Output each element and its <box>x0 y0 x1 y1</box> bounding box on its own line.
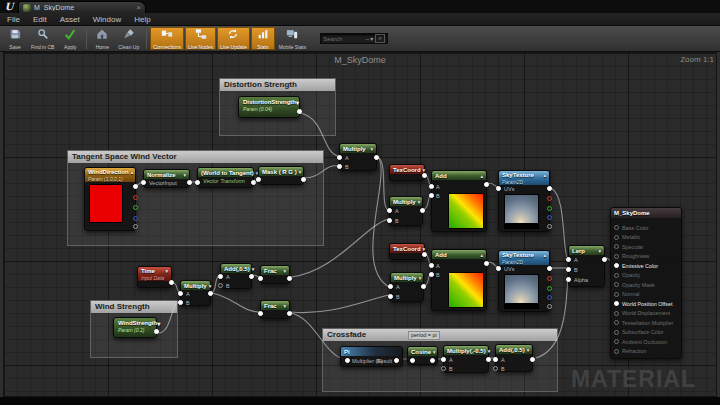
collapse-caret-icon[interactable]: ▾ <box>370 146 373 152</box>
output-pin-rgb[interactable] <box>547 186 552 191</box>
input-pin[interactable] <box>614 339 619 344</box>
node-add-half-1[interactable]: Add(,0.5)▾ A B <box>220 263 252 289</box>
input-pin[interactable] <box>256 177 261 182</box>
output-pin-b[interactable] <box>547 215 552 220</box>
material-input-tessellation-multiplier[interactable]: Tessellation Multiplier <box>611 318 681 328</box>
input-pin-b[interactable] <box>388 294 393 299</box>
output-pin[interactable] <box>420 208 425 213</box>
input-pin[interactable] <box>614 349 619 354</box>
material-input-normal[interactable]: Normal <box>611 290 681 300</box>
expand-caret-icon[interactable]: ▴ <box>480 173 483 179</box>
material-input-opacity[interactable]: Opacity <box>611 271 681 281</box>
material-input-metallic[interactable]: Metallic <box>611 233 681 243</box>
input-pin-a[interactable] <box>566 257 571 262</box>
input-pin[interactable] <box>614 244 619 249</box>
node-multiply-neg-half[interactable]: Multiply(,-0.5)▾ A B <box>443 345 489 373</box>
input-pin-alpha[interactable] <box>566 277 571 282</box>
node-normalize[interactable]: Normalize▾ VectorInput <box>143 169 190 188</box>
output-pin-g[interactable] <box>547 286 552 291</box>
collapse-caret-icon[interactable]: ▾ <box>183 172 186 178</box>
input-pin-b[interactable] <box>493 366 498 371</box>
collapse-caret-icon[interactable]: ▾ <box>157 320 160 327</box>
collapse-caret-icon[interactable]: ▾ <box>296 99 299 106</box>
input-pin[interactable] <box>614 292 619 297</box>
output-pin[interactable] <box>169 280 174 285</box>
input-pin[interactable] <box>614 225 619 230</box>
output-pin[interactable] <box>484 261 489 266</box>
input-pin-a[interactable] <box>429 184 434 189</box>
comment-title[interactable]: Wind Strength <box>91 301 177 313</box>
input-pin[interactable] <box>614 320 619 325</box>
output-pin-g[interactable] <box>547 206 552 211</box>
output-pin-r[interactable] <box>133 195 138 200</box>
output-pin-rgb[interactable] <box>133 184 138 189</box>
input-pin[interactable] <box>614 273 619 278</box>
expand-caret-icon[interactable]: ▴ <box>480 252 483 258</box>
input-pin[interactable] <box>614 330 619 335</box>
output-pin[interactable] <box>374 155 379 160</box>
input-pin[interactable] <box>614 254 619 259</box>
input-pin[interactable] <box>614 301 619 306</box>
output-pin[interactable] <box>421 284 426 289</box>
collapse-caret-icon[interactable]: ▾ <box>488 348 491 354</box>
comment-title[interactable]: Tangent Space Wind Vector <box>68 151 323 163</box>
output-pin[interactable] <box>154 329 159 334</box>
input-pin-a[interactable] <box>337 155 342 160</box>
node-time[interactable]: Time▾ Input Data <box>137 266 172 288</box>
collapse-caret-icon[interactable]: ▾ <box>423 167 426 173</box>
input-pin[interactable] <box>141 180 146 185</box>
output-pin-a[interactable] <box>133 224 138 229</box>
output-pin[interactable] <box>430 358 435 363</box>
node-material-output[interactable]: M_SkyDome Base Color Metallic Specular R… <box>610 207 682 359</box>
expand-caret-icon[interactable]: ▴ <box>543 172 546 179</box>
node-add-half-2[interactable]: Add(,0.5)▾ A B <box>495 344 533 372</box>
input-pin-b[interactable] <box>441 366 446 371</box>
input-pin-b[interactable] <box>387 218 392 223</box>
node-add-uv-1[interactable]: Add▴ A B <box>431 170 487 232</box>
collapse-caret-icon[interactable]: ▾ <box>418 199 421 205</box>
node-wind-direction[interactable]: WindDirection▴ Param (1,0,0,1) <box>84 167 136 231</box>
material-input-ambient-occlusion[interactable]: Ambient Occlusion <box>611 337 681 347</box>
output-pin[interactable] <box>287 276 292 281</box>
input-pin-b[interactable] <box>178 300 183 305</box>
comment-title[interactable]: Crossfade <box>323 329 557 341</box>
output-pin-r[interactable] <box>547 276 552 281</box>
node-multiply-pan-1[interactable]: Multiply▾ A B <box>389 196 423 226</box>
collapse-caret-icon[interactable]: ▾ <box>209 283 212 289</box>
collapse-caret-icon[interactable]: ▾ <box>419 275 422 281</box>
input-pin-b[interactable] <box>566 267 571 272</box>
output-pin[interactable] <box>484 182 489 187</box>
node-mask-rg[interactable]: Mask ( R G )▾ <box>258 166 304 185</box>
output-pin[interactable] <box>486 357 491 362</box>
node-add-uv-2[interactable]: Add▴ A B <box>431 249 487 311</box>
collapse-caret-icon[interactable]: ▾ <box>252 266 255 272</box>
comment-title[interactable]: Distortion Strength <box>220 79 335 91</box>
collapse-caret-icon[interactable]: ▾ <box>433 349 436 355</box>
input-pin-b[interactable] <box>337 164 342 169</box>
node-sky-texture-1[interactable]: SkyTexture▴ Param2D UVs <box>498 170 550 232</box>
input-pin-a[interactable] <box>388 284 393 289</box>
output-pin[interactable] <box>301 177 306 182</box>
material-input-world-displacement[interactable]: World Displacement <box>611 309 681 319</box>
input-pin-a[interactable] <box>441 357 446 362</box>
material-input-base-color[interactable]: Base Color <box>611 223 681 233</box>
input-pin[interactable] <box>258 311 263 316</box>
input-pin-a[interactable] <box>493 357 498 362</box>
input-pin[interactable] <box>614 263 619 268</box>
output-pin-a[interactable] <box>547 304 552 309</box>
collapse-caret-icon[interactable]: ▾ <box>527 347 530 353</box>
collapse-caret-icon[interactable]: ▾ <box>299 169 302 175</box>
input-pin-a[interactable] <box>178 291 183 296</box>
node-cosine[interactable]: Cosine▾ <box>407 346 438 365</box>
output-pin[interactable] <box>208 291 213 296</box>
material-input-specular[interactable]: Specular <box>611 242 681 252</box>
node-lerp[interactable]: Lerp▾ A B Alpha <box>568 245 605 287</box>
output-pin-result[interactable] <box>394 358 399 363</box>
input-pin-a[interactable] <box>387 208 392 213</box>
output-pin[interactable] <box>287 311 292 316</box>
input-pin[interactable] <box>258 276 263 281</box>
material-input-world-position-offset[interactable]: World Position Offset <box>611 299 681 309</box>
output-pin[interactable] <box>602 257 607 262</box>
node-texcoord-1[interactable]: TexCoord▾ <box>389 164 425 181</box>
output-pin-b[interactable] <box>133 216 138 221</box>
